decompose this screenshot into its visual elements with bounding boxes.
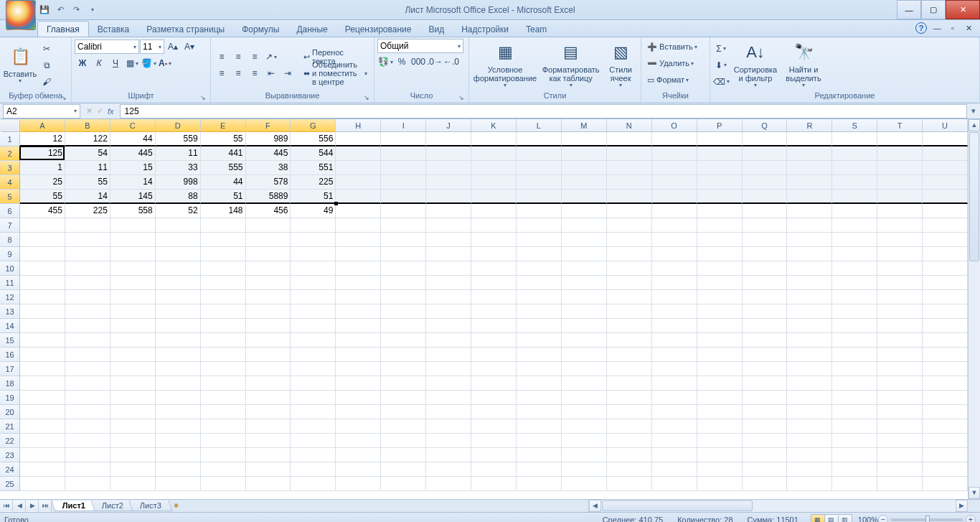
cell[interactable] (426, 348, 471, 362)
cell[interactable] (336, 376, 381, 391)
cell[interactable] (652, 261, 697, 276)
column-header[interactable]: A (20, 119, 65, 132)
cell[interactable] (607, 132, 652, 146)
column-header[interactable]: H (336, 119, 381, 132)
cell[interactable] (517, 190, 562, 204)
cell[interactable] (65, 218, 110, 233)
cell[interactable] (381, 233, 426, 247)
save-icon[interactable]: 💾 (37, 3, 52, 17)
cell[interactable] (832, 161, 877, 175)
cell[interactable]: 558 (110, 204, 156, 218)
cell[interactable] (20, 290, 65, 304)
decrease-decimal-icon[interactable]: ←.0 (443, 54, 459, 70)
sheet-tab[interactable]: Лист2 (91, 500, 135, 511)
decrease-indent-icon[interactable]: ⇤ (263, 65, 279, 81)
cell[interactable]: 44 (110, 132, 156, 146)
cell[interactable] (110, 405, 156, 419)
cell[interactable] (110, 290, 156, 304)
cell[interactable] (652, 190, 697, 204)
cell[interactable] (697, 405, 743, 419)
cell[interactable] (246, 261, 291, 276)
cell[interactable] (787, 146, 832, 161)
copy-icon[interactable]: ⧉ (39, 57, 55, 73)
cell[interactable] (426, 462, 471, 477)
cell[interactable] (65, 434, 110, 448)
cell[interactable] (923, 348, 968, 362)
cell[interactable] (652, 132, 697, 146)
cell[interactable] (291, 276, 336, 290)
cell[interactable] (426, 290, 471, 304)
grow-font-icon[interactable]: A▴ (165, 39, 181, 55)
cell[interactable] (607, 477, 652, 491)
cell[interactable] (517, 362, 562, 376)
scroll-down-icon[interactable]: ▼ (969, 487, 980, 499)
zoom-slider[interactable] (891, 518, 963, 521)
column-header[interactable]: O (652, 119, 697, 132)
cell[interactable] (336, 448, 381, 462)
row-header[interactable]: 5 (0, 190, 20, 204)
cell[interactable] (832, 362, 877, 376)
row-header[interactable]: 23 (0, 448, 20, 462)
cell[interactable] (336, 146, 381, 161)
cell[interactable] (471, 462, 517, 477)
cell[interactable] (877, 161, 923, 175)
cell[interactable] (426, 419, 471, 434)
cell-styles-button[interactable]: ▧Стили ячеек▾ (603, 40, 638, 90)
cell[interactable] (787, 175, 832, 190)
row-header[interactable]: 12 (0, 290, 20, 304)
cell[interactable] (517, 161, 562, 175)
row-header[interactable]: 21 (0, 419, 20, 434)
dialog-launcher-icon[interactable]: ↘ (457, 93, 466, 102)
restore-window-icon[interactable]: ▫ (947, 22, 958, 34)
formula-input[interactable]: 125 (120, 104, 967, 118)
cell[interactable] (923, 247, 968, 261)
cancel-formula-icon[interactable]: ✕ (86, 106, 93, 116)
cell[interactable] (201, 261, 246, 276)
cell[interactable] (697, 146, 743, 161)
cell[interactable] (471, 175, 517, 190)
cell[interactable] (517, 175, 562, 190)
cell[interactable] (607, 448, 652, 462)
cell[interactable]: 122 (65, 132, 110, 146)
cell[interactable] (832, 319, 877, 333)
cell[interactable] (562, 276, 607, 290)
cell[interactable] (246, 419, 291, 434)
cell[interactable] (246, 362, 291, 376)
tab-team[interactable]: Team (517, 22, 555, 37)
cell[interactable]: 11 (65, 161, 110, 175)
cell[interactable] (562, 405, 607, 419)
increase-indent-icon[interactable]: ⇥ (280, 65, 296, 81)
cell[interactable] (743, 448, 788, 462)
cell[interactable] (517, 290, 562, 304)
cell[interactable] (471, 391, 517, 405)
cell[interactable] (832, 233, 877, 247)
scroll-right-icon[interactable]: ▶ (956, 500, 968, 512)
cell[interactable] (471, 434, 517, 448)
cell[interactable] (471, 348, 517, 362)
cell[interactable] (381, 319, 426, 333)
cell[interactable] (110, 434, 156, 448)
cell[interactable] (607, 348, 652, 362)
view-page-break-icon[interactable]: ▥ (838, 514, 852, 523)
cell[interactable] (336, 348, 381, 362)
cell[interactable] (923, 161, 968, 175)
cell[interactable] (201, 376, 246, 391)
cell[interactable] (877, 434, 923, 448)
cell[interactable] (156, 448, 201, 462)
column-header[interactable]: M (562, 119, 607, 132)
cell[interactable] (291, 477, 336, 491)
cell[interactable] (562, 233, 607, 247)
cell[interactable] (877, 233, 923, 247)
column-header[interactable]: S (832, 119, 877, 132)
cell[interactable]: 225 (291, 175, 336, 190)
column-header[interactable]: D (156, 119, 201, 132)
cell[interactable] (743, 190, 788, 204)
cell[interactable] (923, 405, 968, 419)
cell[interactable] (381, 247, 426, 261)
cell[interactable] (832, 448, 877, 462)
cell[interactable] (156, 319, 201, 333)
cell[interactable] (562, 204, 607, 218)
column-header[interactable]: F (246, 119, 291, 132)
cell[interactable] (832, 477, 877, 491)
cell[interactable] (336, 261, 381, 276)
